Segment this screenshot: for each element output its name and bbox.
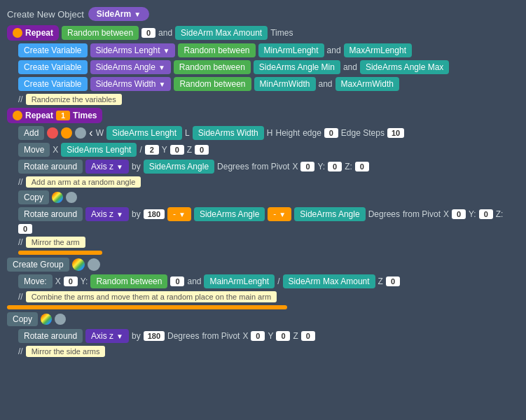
move-row-1: Move X SideArms Lenght / 2 Y 0 Z 0: [18, 143, 519, 157]
min-arm-lenght[interactable]: MinArmLenght: [258, 43, 324, 57]
sidearms-lenght-move[interactable]: SideArms Lenght: [61, 143, 137, 157]
move2-z0[interactable]: 0: [386, 276, 400, 286]
min-arm-width[interactable]: MinArmWidth: [254, 77, 316, 91]
val180-1[interactable]: 180: [144, 209, 165, 219]
and-label-2: and: [327, 46, 341, 55]
repeat-val-1[interactable]: 1: [56, 111, 70, 120]
sidearm-max-amount-2[interactable]: SideArm Max Amount: [283, 274, 375, 288]
rotate-label-2[interactable]: Rotate around: [18, 207, 83, 221]
move2-x0[interactable]: 0: [64, 276, 78, 286]
sidearms-angle-max[interactable]: SideArms Angle Max: [360, 60, 449, 74]
rotate-row-2: Rotate around Axis z ▼ by 180 - ▼ SideAr…: [18, 207, 519, 234]
axis-z-2[interactable]: Axis z ▼: [85, 207, 129, 221]
repeat-block-1[interactable]: Repeat: [7, 25, 59, 41]
comment-slash-5: //: [18, 346, 23, 356]
sidearms-angle-2[interactable]: SideArms Angle: [294, 207, 365, 221]
gray-circle-icon: [75, 127, 86, 139]
left-arrow-icon: ‹: [89, 127, 92, 139]
rx-label-2: X: [443, 209, 449, 219]
minus-dropdown-2[interactable]: - ▼: [268, 207, 291, 221]
sidearms-width-pill[interactable]: SideArms Width ▼: [90, 77, 172, 91]
comment-text-5: Mirror the side arms: [26, 346, 106, 357]
add-label[interactable]: Add: [18, 126, 44, 140]
rz0-2[interactable]: 0: [18, 224, 32, 234]
repeat-icon-2: [13, 111, 22, 120]
create-group-gray-icon: [88, 258, 100, 271]
random-between-4: Random between: [174, 77, 251, 91]
max-arm-width[interactable]: MaxArmWidth: [335, 77, 399, 91]
sidearms-angle-pill[interactable]: SideArms Angle ▼: [90, 60, 171, 74]
move-z0[interactable]: 0: [195, 145, 209, 155]
degrees-label-2: Degrees: [368, 209, 400, 219]
create-var-row-3: Create Variable SideArms Width ▼ Random …: [18, 77, 519, 91]
rx0-3[interactable]: 0: [251, 331, 265, 341]
height-label: Height: [275, 128, 300, 138]
move2-rb0[interactable]: 0: [170, 276, 184, 286]
move-label-1[interactable]: Move: [18, 143, 50, 157]
rz0-1[interactable]: 0: [355, 162, 369, 172]
ry0-1[interactable]: 0: [328, 162, 342, 172]
sidearm-dropdown[interactable]: SideArm ▼: [88, 7, 149, 21]
edge-label: edge: [303, 128, 321, 138]
orange-circle-icon: [61, 127, 72, 139]
create-variable-2[interactable]: Create Variable: [18, 60, 88, 74]
from-pivot-1: from Pivot: [251, 162, 289, 172]
rotate-row-1: Rotate around Axis z ▼ by SideArms Angle…: [18, 160, 519, 174]
rz0-3[interactable]: 0: [301, 331, 315, 341]
sidearms-angle-rotate[interactable]: SideArms Angle: [144, 160, 214, 174]
ry-label-1: Y:: [317, 162, 325, 172]
sidearms-lenght-pill[interactable]: SideArms Lenght ▼: [90, 43, 176, 57]
comment-slash-1: //: [18, 94, 23, 104]
repeat-block-2[interactable]: Repeat 1 Times: [7, 108, 102, 123]
ry0-3[interactable]: 0: [276, 331, 290, 341]
edge-steps-val[interactable]: 10: [387, 128, 404, 138]
repeat-row-1: Repeat Random between 0 and SideArm Max …: [7, 25, 519, 41]
comment-text-1: Randomize the variables: [26, 94, 122, 105]
sidearms-angle-1[interactable]: SideArms Angle: [194, 207, 265, 221]
create-variable-1[interactable]: Create Variable: [18, 43, 88, 57]
create-group-label[interactable]: Create Group: [7, 258, 69, 272]
axis-z-1[interactable]: Axis z ▼: [85, 160, 129, 174]
sidearms-angle-min[interactable]: SideArms Angle Min: [254, 60, 340, 74]
comment-row-5: // Mirror the side arms: [18, 346, 519, 357]
rx0-1[interactable]: 0: [300, 162, 314, 172]
move-y0[interactable]: 0: [170, 145, 184, 155]
rz-label-3: Z: [293, 331, 298, 341]
and-label-1: and: [158, 28, 172, 38]
axis-z-3[interactable]: Axis z ▼: [85, 329, 129, 343]
comment-row-3: // Mirror the arm: [18, 237, 519, 248]
from-pivot-2: from Pivot: [403, 209, 441, 219]
rotate-label-1[interactable]: Rotate around: [18, 160, 83, 174]
repeat-val-0[interactable]: 0: [141, 28, 155, 38]
and-label-5: and: [187, 276, 201, 286]
repeat-icon: [13, 28, 22, 38]
comment-slash-4: //: [18, 292, 23, 302]
random-between-5: Random between: [90, 274, 167, 288]
sidearm-max-amount-pill[interactable]: SideArm Max Amount: [175, 26, 268, 40]
comment-text-2: Add an arm at a random angle: [26, 176, 141, 188]
repeat-row-2: Repeat 1 Times: [7, 108, 519, 123]
move-label-2[interactable]: Move:: [18, 274, 53, 288]
copy-label-2[interactable]: Copy: [7, 312, 38, 326]
rotate-label-3[interactable]: Rotate around: [18, 329, 83, 343]
sidearms-width-add[interactable]: SideArms Width: [193, 126, 264, 140]
ry0-2[interactable]: 0: [479, 209, 493, 219]
sidearms-lenght-add[interactable]: SideArms Lenght: [106, 126, 182, 140]
header-row: Create New Object SideArm ▼: [7, 7, 519, 21]
w-label: W: [96, 128, 104, 138]
rx0-2[interactable]: 0: [452, 209, 466, 219]
by-label-2: by: [132, 209, 141, 219]
z-label-2: Z: [378, 276, 383, 286]
val180-2[interactable]: 180: [144, 331, 165, 341]
edge-val-0[interactable]: 0: [324, 128, 338, 138]
create-group-rainbow-icon: [72, 258, 85, 271]
main-arm-lenght[interactable]: MainArmLenght: [204, 274, 275, 288]
minus-dropdown-1[interactable]: - ▼: [167, 207, 191, 221]
max-arm-lenght[interactable]: MaxArmLenght: [344, 43, 412, 57]
copy-label-1[interactable]: Copy: [18, 190, 49, 204]
move-val-2[interactable]: 2: [145, 145, 159, 155]
by-label-1: by: [132, 162, 141, 172]
create-variable-3[interactable]: Create Variable: [18, 77, 88, 91]
divider-bar: [18, 251, 102, 255]
h-label: H: [267, 128, 273, 138]
